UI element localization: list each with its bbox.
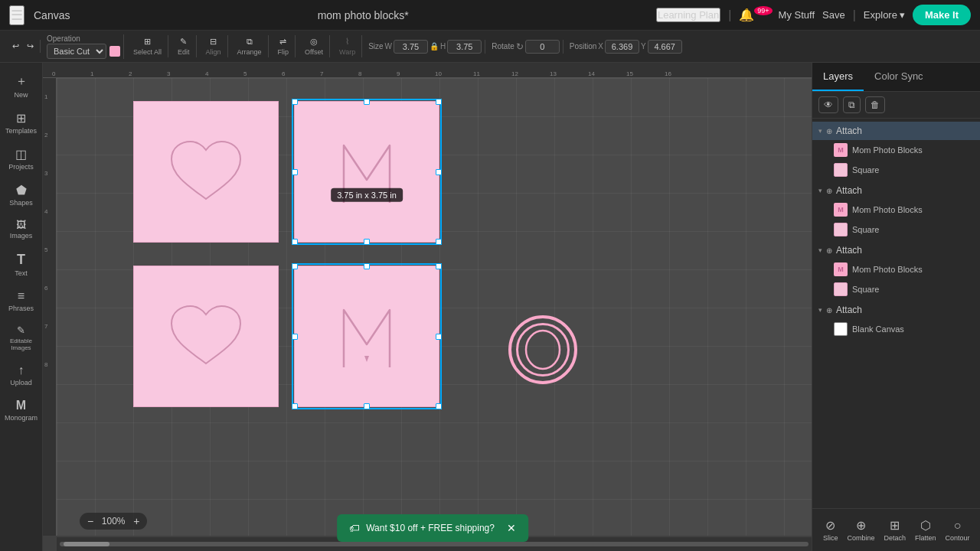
sidebar-item-phrases[interactable]: ≡ Phrases	[3, 285, 40, 317]
tab-layers[interactable]: Layers	[812, 63, 864, 91]
sidebar-item-monogram[interactable]: M Monogram	[3, 394, 40, 426]
panel-toolbar: 👁 ⧉ 🗑	[812, 92, 980, 119]
toast-close-button[interactable]: ✕	[507, 522, 516, 534]
resize-handle-tr[interactable]	[436, 99, 442, 105]
resize-handle-4-bl[interactable]	[292, 403, 298, 409]
resize-handle-4-rm[interactable]	[436, 334, 442, 340]
contour-button[interactable]: ○ Contour	[941, 516, 975, 545]
resize-handle-br[interactable]	[436, 239, 442, 245]
redo-button[interactable]: ↪	[24, 40, 37, 53]
resize-handle-4-tl[interactable]	[292, 263, 298, 269]
zoom-controls: − 100% +	[80, 513, 147, 530]
select-all-button[interactable]: ⊞ Select All	[130, 35, 165, 57]
offset-button[interactable]: ◎ Offset	[302, 35, 326, 57]
resize-handle-4-tm[interactable]	[364, 263, 370, 269]
canvas-card-4[interactable]	[294, 266, 439, 407]
layer-item-mom-1[interactable]: M Mom Photo Blocks	[812, 140, 980, 160]
arrange-button[interactable]: ⧉ Arrange	[234, 35, 265, 57]
operation-select[interactable]: Basic Cut	[47, 44, 106, 59]
my-stuff-button[interactable]: 🔔 99+ My Stuff	[739, 8, 815, 22]
o-circle-shape[interactable]	[508, 315, 577, 384]
detach-icon: ⊞	[890, 518, 900, 533]
resize-handle-4-lm[interactable]	[292, 334, 298, 340]
layer-item-mom-2[interactable]: M Mom Photo Blocks	[812, 200, 980, 220]
layer-item-blank-1[interactable]: Blank Canvas	[812, 319, 980, 339]
layer-group-2-header[interactable]: ▾ ⊕ Attach	[812, 181, 980, 200]
app-title: Canvas	[34, 9, 70, 21]
panel-copy-button[interactable]: ⧉	[843, 96, 861, 113]
tab-color-sync[interactable]: Color Sync	[864, 63, 934, 91]
undo-button[interactable]: ↩	[9, 40, 22, 53]
y-input[interactable]	[648, 40, 682, 54]
layer-item-sq-1[interactable]: Square	[812, 160, 980, 180]
zoom-in-button[interactable]: +	[132, 515, 141, 527]
resize-handle-tl[interactable]	[292, 99, 298, 105]
sidebar-item-projects[interactable]: ◫ Projects	[3, 142, 40, 175]
action-bar: ⊘ Slice ⊕ Combine ⊞ Detach ⬡ Flatten ○	[818, 515, 974, 545]
x-input[interactable]	[605, 40, 639, 54]
ruler-mark-1: 1	[89, 70, 127, 77]
resize-handle-bm[interactable]	[364, 239, 370, 245]
scrollbar-track[interactable]	[60, 542, 808, 546]
learning-plan-button[interactable]: Learning Plan	[656, 8, 720, 22]
resize-handle-lm[interactable]	[292, 169, 298, 175]
text-label: Text	[15, 269, 28, 277]
ruler-left-3: 3	[44, 170, 47, 177]
sidebar-item-new[interactable]: ＋ New	[3, 69, 40, 103]
edit-button[interactable]: ✎ Edit	[175, 35, 193, 57]
sidebar-item-text[interactable]: T Text	[3, 247, 40, 282]
canvas-area[interactable]: 0 1 2 3 4 5 6 7 8 9 10 11 12 13 14 15 16	[43, 63, 812, 551]
resize-handle-tm[interactable]	[364, 99, 370, 105]
combine-label: Combine	[848, 534, 875, 542]
layer-group-3-header[interactable]: ▾ ⊕ Attach	[812, 241, 980, 259]
layer-item-sq-2[interactable]: Square	[812, 220, 980, 240]
width-input[interactable]	[394, 40, 428, 54]
resize-handle-rm[interactable]	[436, 169, 442, 175]
canvas-workspace[interactable]: 3.75 in x 3.75 in	[57, 78, 812, 536]
canvas-card-1[interactable]	[133, 101, 279, 243]
layer-group-2-label: Attach	[836, 185, 862, 196]
align-button[interactable]: ⊟ Align	[203, 35, 224, 57]
chevron-group-1: ▾	[818, 127, 822, 135]
canvas-card-3[interactable]	[133, 266, 279, 407]
offset-group: ◎ Offset	[299, 35, 330, 57]
slice-button[interactable]: ⊘ Slice	[818, 515, 843, 545]
resize-handle-4-tr[interactable]	[436, 263, 442, 269]
sidebar-item-upload[interactable]: ↑ Upload	[3, 359, 40, 391]
sidebar-item-editable-images[interactable]: ✎ Editable Images	[3, 320, 40, 356]
combine-button[interactable]: ⊕ Combine	[843, 515, 880, 545]
sidebar-item-shapes[interactable]: ⬟ Shapes	[3, 178, 40, 211]
resize-handle-bl[interactable]	[292, 239, 298, 245]
scrollbar-thumb[interactable]	[64, 542, 109, 546]
top-right-actions: Learning Plan | 🔔 99+ My Stuff Save | Ex…	[656, 5, 971, 25]
operation-color-swatch[interactable]	[109, 46, 120, 57]
panel-delete-button[interactable]: 🗑	[865, 96, 885, 113]
layer-item-sq-3[interactable]: Square	[812, 279, 980, 299]
flip-button[interactable]: ⇌ Flip	[275, 35, 292, 57]
warp-icon: ⌇	[345, 37, 349, 46]
canvas-card-2[interactable]: 3.75 in x 3.75 in	[294, 101, 439, 243]
explore-button[interactable]: Explore ▾	[864, 9, 905, 21]
layer-thumb-mom-2: M	[834, 203, 848, 217]
resize-handle-4-bm[interactable]	[364, 403, 370, 409]
detach-button[interactable]: ⊞ Detach	[880, 515, 911, 545]
rotate-input[interactable]	[525, 40, 560, 54]
warp-button[interactable]: ⌇ Warp	[336, 35, 358, 57]
divider-1: |	[728, 8, 731, 22]
height-input[interactable]	[447, 40, 482, 54]
sidebar-item-templates[interactable]: ⊞ Templates	[3, 106, 40, 139]
sidebar-item-images[interactable]: 🖼 Images	[3, 214, 40, 244]
flatten-button[interactable]: ⬡ Flatten	[910, 515, 941, 545]
make-it-button[interactable]: Make It	[913, 5, 971, 25]
menu-button[interactable]: ☰	[9, 5, 24, 25]
panel-eye-button[interactable]: 👁	[818, 96, 838, 113]
resize-handle-4-br[interactable]	[436, 403, 442, 409]
save-button[interactable]: Save	[822, 9, 845, 21]
layer-thumb-blank-1	[834, 322, 848, 336]
layer-group-1-header[interactable]: ▾ ⊕ Attach	[812, 122, 980, 140]
position-group: Position X Y	[567, 40, 685, 54]
zoom-out-button[interactable]: −	[86, 515, 95, 527]
heart-icon-2	[168, 302, 244, 371]
layer-group-4-header[interactable]: ▾ ⊕ Attach	[812, 301, 980, 319]
layer-item-mom-3[interactable]: M Mom Photo Blocks	[812, 259, 980, 279]
